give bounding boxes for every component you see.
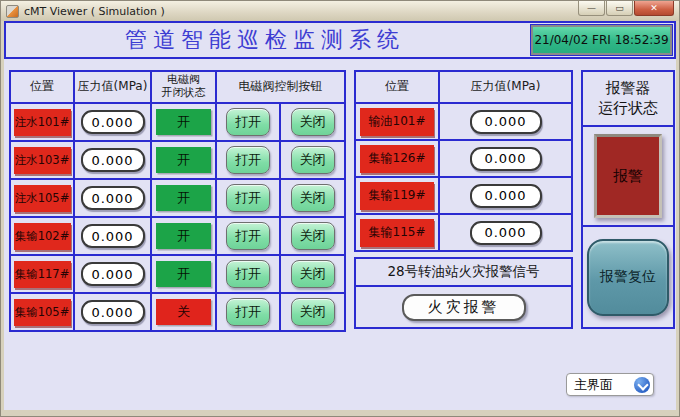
alarm-panel-title: 报警器 运行状态 <box>583 72 673 127</box>
pressure-value: 0.000 <box>81 148 145 172</box>
app-window: cMT Viewer ( Simulation ) — ▭ ✕ 管道智能巡检监测… <box>0 0 680 417</box>
window-titlebar: cMT Viewer ( Simulation ) — ▭ ✕ <box>1 1 679 21</box>
valve-status-lamp: 开 <box>156 109 211 135</box>
location-badge: 注水103# <box>14 147 71 174</box>
maximize-icon[interactable]: ▭ <box>606 1 633 16</box>
location-badge: 集输126# <box>360 145 434 173</box>
fire-alarm-button[interactable]: 火灾报警 <box>402 294 526 321</box>
table-row: 集输102# <box>11 218 73 254</box>
column-header-valve-control: 电磁阀控制按钮 <box>217 72 344 102</box>
minimize-icon[interactable]: — <box>578 1 605 16</box>
hmi-screen: 管道智能巡检监测系统 21/04/02 FRI 18:52:39 位置 压力值(… <box>4 21 676 410</box>
location-badge: 注水101# <box>14 109 71 136</box>
location-badge: 集输105# <box>14 299 71 326</box>
valve-open-button[interactable]: 打开 <box>226 184 270 212</box>
alarm-indicator-lamp: 报警 <box>594 134 662 218</box>
pressure-value: 0.000 <box>81 186 145 210</box>
valve-open-button[interactable]: 打开 <box>226 108 270 136</box>
header-band: 管道智能巡检监测系统 21/04/02 FRI 18:52:39 <box>4 21 676 59</box>
page-select-value: 主界面 <box>574 376 613 394</box>
pressure-value: 0.000 <box>81 262 145 286</box>
column-header-valve-status: 电磁阀开闭状态 <box>152 72 215 102</box>
valve-close-button[interactable]: 关闭 <box>291 146 335 174</box>
alarm-status-panel: 报警器 运行状态 报警 报警复位 <box>581 70 675 329</box>
column-header-pressure: 压力值(MPa) <box>75 72 150 102</box>
pressure-value: 0.000 <box>81 300 145 324</box>
valve-close-button[interactable]: 关闭 <box>291 260 335 288</box>
table-row: 输油101# <box>356 104 438 139</box>
page-select-dropdown[interactable]: 主界面 <box>566 373 654 396</box>
location-badge: 集输117# <box>14 261 71 288</box>
pressure-value: 0.000 <box>470 147 542 171</box>
valve-control-table: 位置 压力值(MPa) 电磁阀开闭状态 电磁阀控制按钮 注水101# 0.000… <box>9 70 346 332</box>
datetime-display: 21/04/02 FRI 18:52:39 <box>531 25 672 55</box>
page-title: 管道智能巡检监测系统 <box>6 23 524 57</box>
valve-status-lamp: 开 <box>156 261 211 287</box>
table-row: 注水101# <box>11 104 73 140</box>
table-row: 集输126# <box>356 141 438 176</box>
alarm-reset-button[interactable]: 报警复位 <box>587 239 669 316</box>
pressure-value: 0.000 <box>81 110 145 134</box>
table-row: 注水103# <box>11 142 73 178</box>
column-header-location: 位置 <box>356 72 438 102</box>
table-row: 集输119# <box>356 178 438 213</box>
pressure-value: 0.000 <box>81 224 145 248</box>
location-badge: 输油101# <box>360 108 434 136</box>
pressure-monitor-table: 位置 压力值(MPa) 输油101# 0.000 集输126# 0.000 集输… <box>354 70 573 252</box>
valve-status-lamp: 关 <box>156 299 211 325</box>
valve-open-button[interactable]: 打开 <box>226 146 270 174</box>
app-icon <box>6 5 19 18</box>
window-title: cMT Viewer ( Simulation ) <box>24 5 165 18</box>
table-row: 集输105# <box>11 294 73 330</box>
valve-status-lamp: 开 <box>156 147 211 173</box>
valve-close-button[interactable]: 关闭 <box>291 184 335 212</box>
column-header-location: 位置 <box>11 72 73 102</box>
pressure-value: 0.000 <box>470 184 542 208</box>
close-icon[interactable]: ✕ <box>634 1 674 16</box>
valve-close-button[interactable]: 关闭 <box>291 222 335 250</box>
valve-close-button[interactable]: 关闭 <box>291 298 335 326</box>
chevron-down-icon[interactable] <box>634 377 650 393</box>
valve-close-button[interactable]: 关闭 <box>291 108 335 136</box>
table-row: 集输117# <box>11 256 73 292</box>
table-row: 注水105# <box>11 180 73 216</box>
valve-status-lamp: 开 <box>156 223 211 249</box>
location-badge: 注水105# <box>14 185 71 212</box>
valve-open-button[interactable]: 打开 <box>226 260 270 288</box>
fire-alarm-title: 28号转油站火灾报警信号 <box>356 259 571 287</box>
table-row: 集输115# <box>356 215 438 250</box>
location-badge: 集输119# <box>360 182 434 210</box>
column-header-pressure: 压力值(MPa) <box>440 72 571 102</box>
fire-alarm-box: 28号转油站火灾报警信号 火灾报警 <box>354 257 573 329</box>
pressure-value: 0.000 <box>470 221 542 245</box>
location-badge: 集输102# <box>14 223 71 250</box>
valve-open-button[interactable]: 打开 <box>226 298 270 326</box>
location-badge: 集输115# <box>360 219 434 247</box>
valve-status-lamp: 开 <box>156 185 211 211</box>
pressure-value: 0.000 <box>470 110 542 134</box>
valve-open-button[interactable]: 打开 <box>226 222 270 250</box>
